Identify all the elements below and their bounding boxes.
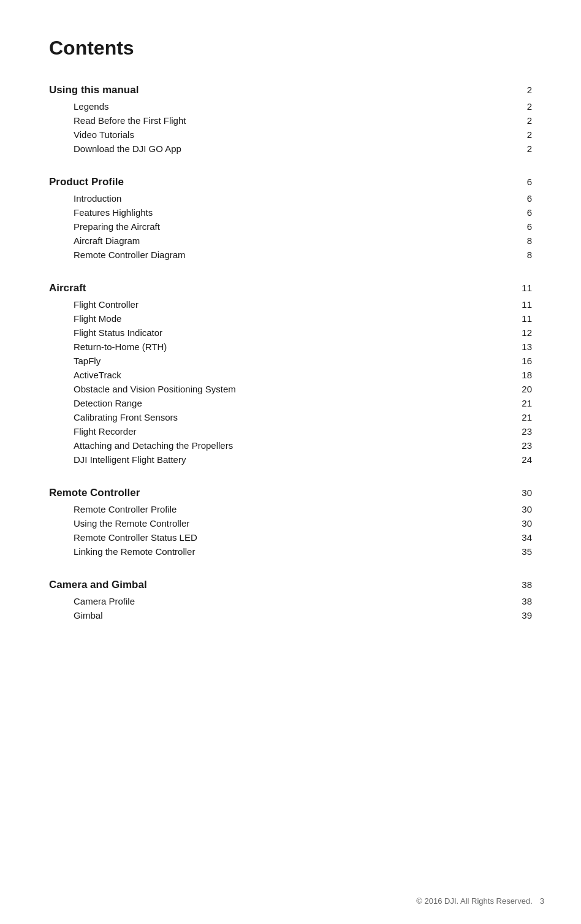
item-page: 8: [514, 235, 532, 246]
section-title-aircraft: Aircraft: [49, 282, 86, 294]
item-page: 39: [514, 610, 532, 620]
footer: © 2016 DJI. All Rights Reserved. 3: [416, 896, 544, 906]
item-title: Attaching and Detaching the Propellers: [74, 440, 233, 451]
item-page: 2: [514, 143, 532, 154]
section-page-remote-controller: 30: [514, 487, 532, 498]
toc-item: Read Before the First Flight2: [74, 115, 532, 126]
toc-item: DJI Intelligent Flight Battery24: [74, 454, 532, 465]
toc-item: Detection Range21: [74, 398, 532, 408]
item-page: 38: [514, 596, 532, 606]
page-container: Contents Using this manual2Legends2Read …: [0, 0, 581, 692]
toc-section-aircraft: Aircraft11Flight Controller11Flight Mode…: [49, 282, 532, 465]
toc-item: Legends2: [74, 101, 532, 112]
toc-item: Using the Remote Controller30: [74, 518, 532, 529]
toc-item: Flight Status Indicator12: [74, 327, 532, 338]
item-page: 23: [514, 426, 532, 437]
item-title: Remote Controller Status LED: [74, 532, 197, 543]
section-header-product-profile: Product Profile6: [49, 176, 532, 188]
toc-sections: Using this manual2Legends2Read Before th…: [49, 84, 532, 620]
item-title: Remote Controller Profile: [74, 504, 177, 514]
item-page: 16: [514, 356, 532, 366]
item-title: Obstacle and Vision Positioning System: [74, 384, 236, 394]
item-page: 8: [514, 250, 532, 260]
toc-item: Remote Controller Diagram8: [74, 250, 532, 260]
toc-section-camera-and-gimbal: Camera and Gimbal38Camera Profile38Gimba…: [49, 579, 532, 620]
item-page: 2: [514, 129, 532, 140]
toc-item: ActiveTrack18: [74, 370, 532, 380]
item-page: 11: [514, 299, 532, 310]
toc-section-product-profile: Product Profile6Introduction6Features Hi…: [49, 176, 532, 260]
toc-item: Remote Controller Profile30: [74, 504, 532, 514]
toc-items-camera-and-gimbal: Camera Profile38Gimbal39: [49, 596, 532, 620]
toc-item: Aircraft Diagram8: [74, 235, 532, 246]
item-title: Linking the Remote Controller: [74, 546, 195, 557]
item-title: Legends: [74, 101, 109, 112]
toc-item: Introduction6: [74, 193, 532, 204]
item-title: Return-to-Home (RTH): [74, 342, 167, 352]
item-page: 6: [514, 207, 532, 218]
toc-item: Attaching and Detaching the Propellers23: [74, 440, 532, 451]
toc-items-aircraft: Flight Controller11Flight Mode11Flight S…: [49, 299, 532, 465]
page-title: Contents: [49, 37, 532, 59]
item-title: Flight Recorder: [74, 426, 137, 437]
item-title: Remote Controller Diagram: [74, 250, 186, 260]
toc-item: Download the DJI GO App2: [74, 143, 532, 154]
toc-item: Calibrating Front Sensors21: [74, 412, 532, 422]
section-title-camera-and-gimbal: Camera and Gimbal: [49, 579, 147, 591]
item-page: 18: [514, 370, 532, 380]
item-title: Flight Controller: [74, 299, 139, 310]
section-title-product-profile: Product Profile: [49, 176, 124, 188]
item-page: 21: [514, 398, 532, 408]
toc-items-remote-controller: Remote Controller Profile30Using the Rem…: [49, 504, 532, 557]
section-page-camera-and-gimbal: 38: [514, 579, 532, 590]
item-title: Features Highlights: [74, 207, 153, 218]
item-page: 23: [514, 440, 532, 451]
toc-section-remote-controller: Remote Controller30Remote Controller Pro…: [49, 487, 532, 557]
item-page: 11: [514, 313, 532, 324]
item-page: 20: [514, 384, 532, 394]
section-header-aircraft: Aircraft11: [49, 282, 532, 294]
item-title: Introduction: [74, 193, 121, 204]
footer-copyright: © 2016 DJI. All Rights Reserved.: [416, 896, 533, 906]
item-title: ActiveTrack: [74, 370, 121, 380]
item-page: 34: [514, 532, 532, 543]
toc-items-using-this-manual: Legends2Read Before the First Flight2Vid…: [49, 101, 532, 154]
item-page: 30: [514, 504, 532, 514]
item-page: 2: [514, 101, 532, 112]
section-page-using-this-manual: 2: [514, 85, 532, 95]
section-page-aircraft: 11: [514, 283, 532, 293]
item-page: 6: [514, 221, 532, 232]
item-page: 24: [514, 454, 532, 465]
toc-item: Gimbal39: [74, 610, 532, 620]
item-title: Flight Mode: [74, 313, 121, 324]
toc-item: Video Tutorials2: [74, 129, 532, 140]
section-title-using-this-manual: Using this manual: [49, 84, 139, 96]
toc-item: Flight Mode11: [74, 313, 532, 324]
item-title: Flight Status Indicator: [74, 327, 162, 338]
toc-items-product-profile: Introduction6Features Highlights6Prepari…: [49, 193, 532, 260]
toc-item: Features Highlights6: [74, 207, 532, 218]
item-page: 6: [514, 193, 532, 204]
toc-item: Linking the Remote Controller35: [74, 546, 532, 557]
item-title: Gimbal: [74, 610, 103, 620]
toc-item: Flight Controller11: [74, 299, 532, 310]
item-page: 12: [514, 327, 532, 338]
toc-item: Return-to-Home (RTH)13: [74, 342, 532, 352]
toc-item: Preparing the Aircraft6: [74, 221, 532, 232]
section-title-remote-controller: Remote Controller: [49, 487, 140, 499]
item-page: 2: [514, 115, 532, 126]
section-page-product-profile: 6: [514, 177, 532, 187]
item-title: Aircraft Diagram: [74, 235, 140, 246]
toc-item: Obstacle and Vision Positioning System20: [74, 384, 532, 394]
section-header-remote-controller: Remote Controller30: [49, 487, 532, 499]
toc-item: TapFly16: [74, 356, 532, 366]
item-title: TapFly: [74, 356, 101, 366]
toc-item: Flight Recorder23: [74, 426, 532, 437]
item-page: 13: [514, 342, 532, 352]
section-header-camera-and-gimbal: Camera and Gimbal38: [49, 579, 532, 591]
item-title: Calibrating Front Sensors: [74, 412, 178, 422]
toc-section-using-this-manual: Using this manual2Legends2Read Before th…: [49, 84, 532, 154]
item-title: Read Before the First Flight: [74, 115, 186, 126]
item-title: Preparing the Aircraft: [74, 221, 160, 232]
footer-page-number: 3: [540, 896, 544, 906]
